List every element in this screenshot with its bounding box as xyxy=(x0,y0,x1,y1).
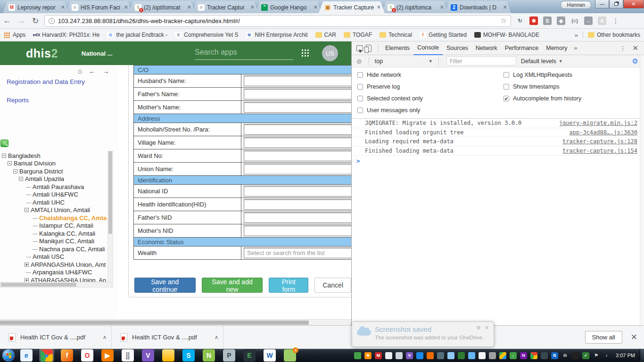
tree-node[interactable]: Amtali UH&FWC xyxy=(2,191,107,199)
back-icon[interactable]: ← xyxy=(0,16,14,25)
pdf-extension-icon[interactable]: A xyxy=(598,16,606,25)
page-horizontal-scrollbar[interactable] xyxy=(0,319,351,325)
photo-flower-icon[interactable]: ✳ xyxy=(364,352,372,359)
apps-shortcut[interactable]: Apps xyxy=(4,32,25,38)
browser-tab[interactable]: ≡ HIS Forum Faci ✕ xyxy=(66,1,132,13)
tree-node[interactable]: Chalabhanga CC, Amtal xyxy=(2,214,107,222)
devtools-tab[interactable]: Sources xyxy=(443,41,472,55)
devtools-menu-icon[interactable]: ⋮ xyxy=(617,45,628,52)
form-action-button[interactable]: Save and add new xyxy=(202,278,263,293)
form-field-input[interactable] xyxy=(244,150,351,161)
tree-expander-icon[interactable] xyxy=(33,239,37,243)
form-field-input[interactable] xyxy=(244,247,351,258)
forward-icon[interactable]: → xyxy=(102,67,109,75)
home-icon[interactable]: ⌂ xyxy=(78,67,82,75)
form-field-input[interactable] xyxy=(244,75,351,86)
opera-icon[interactable]: O xyxy=(81,349,93,362)
show-all-button[interactable]: Show all xyxy=(585,331,622,344)
checkbox[interactable] xyxy=(504,72,509,78)
java-icon[interactable] xyxy=(427,352,434,359)
chevron-up-icon[interactable]: ∧ xyxy=(215,334,218,340)
console-option[interactable]: Show timestamps xyxy=(504,83,581,90)
devtools-tab[interactable]: Console xyxy=(413,41,443,55)
tree-expander-icon[interactable] xyxy=(26,255,31,259)
devtools-tab[interactable]: Elements xyxy=(381,41,413,55)
console-option[interactable]: Autocomplete from history xyxy=(504,95,581,102)
device-toolbar-icon[interactable] xyxy=(366,45,372,52)
volume-icon[interactable]: ♪ xyxy=(603,352,610,359)
tree-expander-icon[interactable]: + xyxy=(25,263,29,267)
checkbox[interactable] xyxy=(357,72,363,78)
sidebar-link[interactable]: Registration and Data Entry xyxy=(7,78,85,85)
console-option[interactable]: Hide network xyxy=(357,72,504,78)
tree-expander-icon[interactable]: - xyxy=(8,161,12,165)
tree-node[interactable]: Manikjuri CC, Amtali xyxy=(2,238,107,246)
page-info-icon[interactable]: i xyxy=(49,18,55,24)
bookmarks-overflow-icon[interactable]: » xyxy=(575,32,578,39)
devtools-tab[interactable]: Performance xyxy=(501,41,543,55)
bookmark-star-icon[interactable]: ☆ xyxy=(501,16,507,25)
media-player-icon[interactable]: ▶ xyxy=(101,349,114,362)
onedrive-blue-icon[interactable] xyxy=(447,352,454,359)
word-icon[interactable]: W xyxy=(264,349,276,362)
app-grid-icon[interactable]: ⣿ xyxy=(122,349,134,362)
bookmark-item[interactable]: f Getting Started xyxy=(420,32,467,38)
form-field-input[interactable] xyxy=(244,137,351,148)
log-levels-selector[interactable]: Default levels ▼ xyxy=(521,58,563,65)
bookmark-item[interactable]: S Comprehensive Yet S xyxy=(175,32,238,38)
form-field-input[interactable] xyxy=(244,164,351,174)
tree-node[interactable]: Amtali UHC xyxy=(2,198,107,206)
console-source-link[interactable]: tracker-capture.js:154 xyxy=(562,148,637,154)
tree-node-label[interactable]: Amtali Upazila xyxy=(25,175,64,182)
bookmark-item[interactable]: TOGAF xyxy=(344,32,372,38)
restore-button[interactable] xyxy=(609,0,623,8)
tree-node-label[interactable]: Bangladesh xyxy=(8,152,41,159)
tree-node-label[interactable]: AMTALI Union, Amtali xyxy=(31,206,90,214)
devtools-scrollbar[interactable] xyxy=(640,55,644,325)
tab-close-icon[interactable]: ✕ xyxy=(503,4,507,10)
tab-close-icon[interactable]: ✕ xyxy=(250,4,255,10)
form-field-input[interactable] xyxy=(244,124,351,135)
download-item[interactable]: Health ICT Gov & ....pdf ∧ xyxy=(112,326,223,349)
tree-node-label[interactable]: Barisal Division xyxy=(14,160,56,167)
form-field-input[interactable] xyxy=(244,186,351,197)
tree-expander-icon[interactable] xyxy=(26,270,31,274)
download-bar-close-icon[interactable]: ✕ xyxy=(631,332,637,342)
tree-node[interactable]: Amtali USC xyxy=(2,253,107,261)
notification-close-icon[interactable]: ✕ xyxy=(485,325,489,331)
show-desktop-button[interactable] xyxy=(640,349,644,362)
console-source-link[interactable]: app-3c4ad88….js:3630 xyxy=(570,129,638,136)
tree-node[interactable]: - Bangladesh xyxy=(2,152,107,160)
checkbox[interactable] xyxy=(504,96,509,101)
antivirus-check-icon[interactable]: ✓ xyxy=(582,352,589,359)
tree-vertical-scrollbar[interactable] xyxy=(107,151,113,288)
tree-expander-icon[interactable] xyxy=(33,223,37,228)
onedrive-cloud-icon[interactable] xyxy=(385,352,392,359)
console-option[interactable]: Selected context only xyxy=(357,95,504,102)
bookmark-item[interactable]: MOHFW- BANGLADE xyxy=(474,32,539,38)
tree-horizontal-scrollbar[interactable] xyxy=(0,282,112,288)
onedrive-notification[interactable]: Screenshot saved The screenshot was adde… xyxy=(352,321,494,347)
scrollbar-thumb[interactable] xyxy=(0,321,309,325)
tree-node-label[interactable]: Nachna para CC, Amtali xyxy=(39,246,105,253)
chrome-tray-icon[interactable] xyxy=(530,352,537,359)
firefox-icon[interactable]: f xyxy=(61,349,73,362)
mcafee-icon[interactable]: M xyxy=(375,352,382,359)
form-field-input[interactable] xyxy=(244,102,351,113)
tree-node-label[interactable]: ARPANGASHIA Union, Amt xyxy=(31,261,106,268)
viber-tray-icon[interactable]: V xyxy=(406,352,413,359)
browser-tab[interactable]: M Leprosey repor ✕ xyxy=(3,1,69,13)
ie-icon[interactable]: e xyxy=(20,349,33,362)
tree-node-label[interactable]: Barguna District xyxy=(19,168,63,175)
share-tab-extension-icon[interactable]: → xyxy=(584,16,593,25)
tree-expander-icon[interactable] xyxy=(33,231,37,236)
devtools-close-icon[interactable]: ✕ xyxy=(630,44,640,52)
console-source-link[interactable]: tracker-capture.js:128 xyxy=(562,138,637,145)
display-icon[interactable] xyxy=(541,352,548,359)
chevron-up-icon[interactable]: ∧ xyxy=(103,334,107,340)
tree-node-label[interactable]: Amtali UHC xyxy=(33,199,65,206)
minimize-button[interactable]: — xyxy=(595,0,609,8)
teamviewer-icon[interactable] xyxy=(416,352,423,359)
browser-tab[interactable]: ” Google Hango ✕ xyxy=(256,1,322,13)
pgadmin-icon[interactable]: P xyxy=(223,349,235,362)
